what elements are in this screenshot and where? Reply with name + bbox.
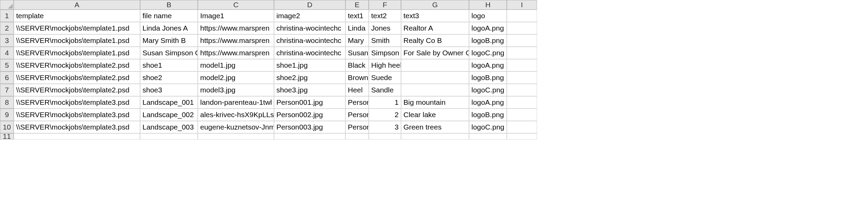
cell-C11[interactable] <box>198 133 274 139</box>
cell-E4[interactable]: Susan <box>345 47 369 59</box>
cell-F11[interactable] <box>369 133 401 139</box>
col-header-E[interactable]: E <box>345 0 369 10</box>
cell-H7[interactable]: logoC.png <box>469 84 507 96</box>
cell-B3[interactable]: Mary Smith B <box>140 34 198 47</box>
cell-A4[interactable]: \\SERVER\mockjobs\template1.psd <box>14 47 140 59</box>
cell-D9[interactable]: Person002.jpg <box>274 109 345 121</box>
cell-F8[interactable]: 1 <box>369 96 401 109</box>
cell-F9[interactable]: 2 <box>369 109 401 121</box>
cell-I7[interactable] <box>507 84 537 96</box>
cell-A1[interactable]: template <box>14 10 140 22</box>
cell-H10[interactable]: logoC.png <box>469 121 507 133</box>
cell-E8[interactable]: Person <box>345 96 369 109</box>
row-header-2[interactable]: 2 <box>0 22 14 34</box>
cell-I1[interactable] <box>507 10 537 22</box>
cell-I9[interactable] <box>507 109 537 121</box>
cell-B8[interactable]: Landscape_001 <box>140 96 198 109</box>
cell-A8[interactable]: \\SERVER\mockjobs\template3.psd <box>14 96 140 109</box>
cell-C8[interactable]: landon-parenteau-1twl <box>198 96 274 109</box>
cell-H11[interactable] <box>469 133 507 139</box>
cell-E1[interactable]: text1 <box>345 10 369 22</box>
cell-C2[interactable]: https://www.marspren <box>198 22 274 34</box>
row-header-9[interactable]: 9 <box>0 109 14 121</box>
cell-I3[interactable] <box>507 34 537 47</box>
cell-F1[interactable]: text2 <box>369 10 401 22</box>
cell-C10[interactable]: eugene-kuznetsov-Jnm <box>198 121 274 133</box>
cell-I6[interactable] <box>507 71 537 84</box>
col-header-C[interactable]: C <box>198 0 274 10</box>
col-header-F[interactable]: F <box>369 0 401 10</box>
cell-I11[interactable] <box>507 133 537 139</box>
row-header-7[interactable]: 7 <box>0 84 14 96</box>
cell-B4[interactable]: Susan Simpson C <box>140 47 198 59</box>
cell-C1[interactable]: Image1 <box>198 10 274 22</box>
cell-G10[interactable]: Green trees <box>401 121 469 133</box>
cell-B5[interactable]: shoe1 <box>140 59 198 71</box>
col-header-H[interactable]: H <box>469 0 507 10</box>
row-header-4[interactable]: 4 <box>0 47 14 59</box>
cell-B6[interactable]: shoe2 <box>140 71 198 84</box>
select-all-corner[interactable] <box>0 0 14 10</box>
cell-E5[interactable]: Black <box>345 59 369 71</box>
cell-A10[interactable]: \\SERVER\mockjobs\template3.psd <box>14 121 140 133</box>
cell-D7[interactable]: shoe3.jpg <box>274 84 345 96</box>
cell-D5[interactable]: shoe1.jpg <box>274 59 345 71</box>
cell-G7[interactable] <box>401 84 469 96</box>
cell-H5[interactable]: logoA.png <box>469 59 507 71</box>
col-header-B[interactable]: B <box>140 0 198 10</box>
cell-H8[interactable]: logoA.png <box>469 96 507 109</box>
cell-F4[interactable]: Simpson <box>369 47 401 59</box>
cell-D10[interactable]: Person003.jpg <box>274 121 345 133</box>
cell-C4[interactable]: https://www.marspren <box>198 47 274 59</box>
cell-C9[interactable]: ales-krivec-hsX9KpLLsIE <box>198 109 274 121</box>
cell-D1[interactable]: image2 <box>274 10 345 22</box>
cell-D4[interactable]: christina-wocintechc <box>274 47 345 59</box>
cell-I10[interactable] <box>507 121 537 133</box>
cell-A9[interactable]: \\SERVER\mockjobs\template3.psd <box>14 109 140 121</box>
cell-I2[interactable] <box>507 22 537 34</box>
row-header-8[interactable]: 8 <box>0 96 14 109</box>
cell-E11[interactable] <box>345 133 369 139</box>
cell-D2[interactable]: christina-wocintechc <box>274 22 345 34</box>
cell-H1[interactable]: logo <box>469 10 507 22</box>
row-header-11[interactable]: 11 <box>0 133 14 139</box>
cell-C5[interactable]: model1.jpg <box>198 59 274 71</box>
cell-E9[interactable]: Person <box>345 109 369 121</box>
cell-I4[interactable] <box>507 47 537 59</box>
cell-I5[interactable] <box>507 59 537 71</box>
cell-F2[interactable]: Jones <box>369 22 401 34</box>
row-header-6[interactable]: 6 <box>0 71 14 84</box>
col-header-G[interactable]: G <box>401 0 469 10</box>
cell-E2[interactable]: Linda <box>345 22 369 34</box>
row-header-10[interactable]: 10 <box>0 121 14 133</box>
cell-G8[interactable]: Big mountain <box>401 96 469 109</box>
cell-H2[interactable]: logoA.png <box>469 22 507 34</box>
cell-A3[interactable]: \\SERVER\mockjobs\template1.psd <box>14 34 140 47</box>
col-header-D[interactable]: D <box>274 0 345 10</box>
row-header-1[interactable]: 1 <box>0 10 14 22</box>
row-header-5[interactable]: 5 <box>0 59 14 71</box>
spreadsheet-grid[interactable]: A B C D E F G H I 1 template file name I… <box>0 0 537 139</box>
col-header-A[interactable]: A <box>14 0 140 10</box>
cell-E6[interactable]: Brown <box>345 71 369 84</box>
cell-F6[interactable]: Suede <box>369 71 401 84</box>
cell-A7[interactable]: \\SERVER\mockjobs\template2.psd <box>14 84 140 96</box>
cell-B1[interactable]: file name <box>140 10 198 22</box>
cell-H9[interactable]: logoB.png <box>469 109 507 121</box>
cell-C6[interactable]: model2.jpg <box>198 71 274 84</box>
cell-E7[interactable]: Heel <box>345 84 369 96</box>
cell-B11[interactable] <box>140 133 198 139</box>
cell-B2[interactable]: Linda Jones A <box>140 22 198 34</box>
cell-F3[interactable]: Smith <box>369 34 401 47</box>
cell-G3[interactable]: Realty Co B <box>401 34 469 47</box>
cell-G5[interactable] <box>401 59 469 71</box>
cell-F10[interactable]: 3 <box>369 121 401 133</box>
cell-A2[interactable]: \\SERVER\mockjobs\template1.psd <box>14 22 140 34</box>
cell-G2[interactable]: Realtor A <box>401 22 469 34</box>
cell-A11[interactable] <box>14 133 140 139</box>
cell-A6[interactable]: \\SERVER\mockjobs\template2.psd <box>14 71 140 84</box>
cell-D3[interactable]: christina-wocintechc <box>274 34 345 47</box>
cell-B10[interactable]: Landscape_003 <box>140 121 198 133</box>
cell-C7[interactable]: model3.jpg <box>198 84 274 96</box>
cell-H6[interactable]: logoB.png <box>469 71 507 84</box>
